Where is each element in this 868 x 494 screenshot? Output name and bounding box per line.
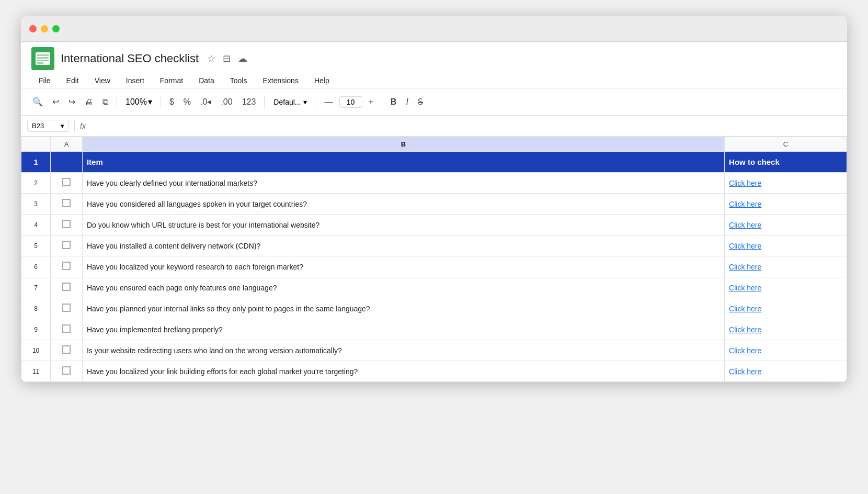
- percent-button[interactable]: %: [180, 95, 194, 109]
- maximize-button[interactable]: [52, 25, 60, 32]
- decimal-decrease-button[interactable]: .0 ◀: [197, 95, 214, 109]
- checkbox-icon-11[interactable]: [62, 366, 71, 375]
- link-cell-10[interactable]: Click here: [725, 340, 847, 361]
- close-button[interactable]: [29, 25, 37, 32]
- menu-format[interactable]: Format: [153, 73, 190, 88]
- link-cell-8[interactable]: Click here: [725, 298, 847, 319]
- row-num-11: 11: [21, 361, 51, 382]
- checkbox-icon-10[interactable]: [62, 345, 71, 354]
- col-header-c[interactable]: C: [725, 137, 847, 152]
- menu-extensions[interactable]: Extensions: [255, 73, 305, 88]
- table-row: 11 Have you localized your link building…: [21, 361, 847, 382]
- folder-icon[interactable]: ⊟: [223, 53, 231, 64]
- checkbox-icon-5[interactable]: [62, 241, 71, 249]
- item-text-5: Have you installed a content delivery ne…: [82, 235, 724, 256]
- link-cell-3[interactable]: Click here: [725, 194, 847, 215]
- checkbox-8[interactable]: [51, 298, 83, 319]
- menu-edit[interactable]: Edit: [59, 73, 86, 88]
- strikethrough-button[interactable]: S̶: [415, 95, 426, 109]
- click-here-link-4[interactable]: Click here: [729, 221, 761, 229]
- menu-data[interactable]: Data: [191, 73, 222, 88]
- table-row: 3 Have you considered all languages spok…: [21, 194, 847, 215]
- menu-insert[interactable]: Insert: [119, 73, 152, 88]
- checkbox-7[interactable]: [51, 277, 83, 298]
- click-here-link-7[interactable]: Click here: [729, 284, 761, 292]
- font-name-selector[interactable]: Defaul... ▾: [270, 96, 310, 108]
- redo-button[interactable]: ↪: [65, 95, 78, 109]
- link-cell-11[interactable]: Click here: [725, 361, 847, 382]
- print-button[interactable]: 🖨: [82, 95, 96, 109]
- checkbox-2[interactable]: [51, 173, 83, 194]
- currency-button[interactable]: $: [166, 95, 177, 109]
- decimal-decrease-label: .0: [200, 97, 207, 107]
- spreadsheet-header-row: 1 Item How to check: [21, 152, 847, 173]
- item-text-7: Have you ensured each page only features…: [82, 277, 724, 298]
- number-format-button[interactable]: 123: [239, 95, 259, 109]
- checkbox-icon-4[interactable]: [62, 220, 71, 228]
- svg-rect-5: [37, 62, 43, 64]
- zoom-container[interactable]: 100% ▾: [122, 96, 155, 108]
- menu-tools[interactable]: Tools: [223, 73, 255, 88]
- click-here-link-9[interactable]: Click here: [729, 325, 761, 334]
- paint-format-button[interactable]: ⧉: [99, 95, 111, 109]
- click-here-link-8[interactable]: Click here: [729, 305, 761, 313]
- search-button[interactable]: 🔍: [29, 95, 46, 109]
- cloud-icon[interactable]: ☁: [238, 53, 247, 64]
- menu-view[interactable]: View: [87, 73, 118, 88]
- font-name-dropdown-icon: ▾: [303, 98, 307, 106]
- formula-separator: [74, 120, 75, 132]
- bold-button[interactable]: B: [387, 95, 400, 109]
- decimal-increase-button[interactable]: .00: [218, 95, 235, 109]
- cell-reference-box[interactable]: B23 ▾: [27, 120, 69, 132]
- star-icon[interactable]: ☆: [207, 53, 215, 64]
- click-here-link-2[interactable]: Click here: [729, 179, 761, 187]
- item-text-8: Have you planned your internal links so …: [82, 298, 724, 319]
- italic-button[interactable]: I: [403, 95, 411, 109]
- checkbox-6[interactable]: [51, 256, 83, 277]
- click-here-link-11[interactable]: Click here: [729, 367, 761, 376]
- font-size-input[interactable]: 10: [339, 96, 362, 108]
- link-cell-5[interactable]: Click here: [725, 235, 847, 256]
- table-row: 7 Have you ensured each page only featur…: [21, 277, 847, 298]
- checkbox-11[interactable]: [51, 361, 83, 382]
- checkbox-5[interactable]: [51, 235, 83, 256]
- link-cell-7[interactable]: Click here: [725, 277, 847, 298]
- checkbox-9[interactable]: [51, 319, 83, 340]
- zoom-value: 100%: [125, 97, 147, 107]
- click-here-link-3[interactable]: Click here: [729, 200, 761, 208]
- link-cell-9[interactable]: Click here: [725, 319, 847, 340]
- checkbox-icon-6[interactable]: [62, 262, 71, 270]
- undo-button[interactable]: ↩: [49, 95, 62, 109]
- link-cell-2[interactable]: Click here: [725, 173, 847, 194]
- formula-input[interactable]: [91, 122, 841, 130]
- menu-file[interactable]: File: [31, 73, 58, 88]
- separator-3: [264, 96, 265, 108]
- checkbox-icon-9[interactable]: [62, 324, 71, 333]
- checkbox-icon-7[interactable]: [62, 283, 71, 291]
- font-size-increase-button[interactable]: +: [366, 95, 376, 109]
- col-header-a[interactable]: A: [51, 137, 83, 152]
- checkbox-icon-3[interactable]: [62, 199, 71, 207]
- cell-ref-value: B23: [32, 122, 44, 130]
- link-cell-4[interactable]: Click here: [725, 215, 847, 235]
- click-here-link-5[interactable]: Click here: [729, 242, 761, 250]
- svg-rect-3: [37, 57, 49, 59]
- link-cell-6[interactable]: Click here: [725, 256, 847, 277]
- checkbox-icon-2[interactable]: [62, 178, 71, 186]
- checkbox-10[interactable]: [51, 340, 83, 361]
- font-size-decrease-button[interactable]: —: [322, 95, 336, 109]
- spreadsheet-grid: A B C 1 Item How to check 2 Have you cl: [21, 137, 847, 382]
- row-num-1: 1: [21, 152, 51, 173]
- click-here-link-10[interactable]: Click here: [729, 346, 761, 355]
- col-header-b[interactable]: B: [82, 137, 724, 152]
- menu-help[interactable]: Help: [307, 73, 337, 88]
- minimize-button[interactable]: [41, 25, 48, 32]
- table-row: 2 Have you clearly defined your internat…: [21, 173, 847, 194]
- header-col-a: [51, 152, 83, 173]
- checkbox-4[interactable]: [51, 215, 83, 235]
- checkbox-icon-8[interactable]: [62, 304, 71, 312]
- separator-1: [117, 96, 117, 108]
- checkbox-3[interactable]: [51, 194, 83, 215]
- row-num-4: 4: [21, 215, 51, 235]
- click-here-link-6[interactable]: Click here: [729, 263, 761, 271]
